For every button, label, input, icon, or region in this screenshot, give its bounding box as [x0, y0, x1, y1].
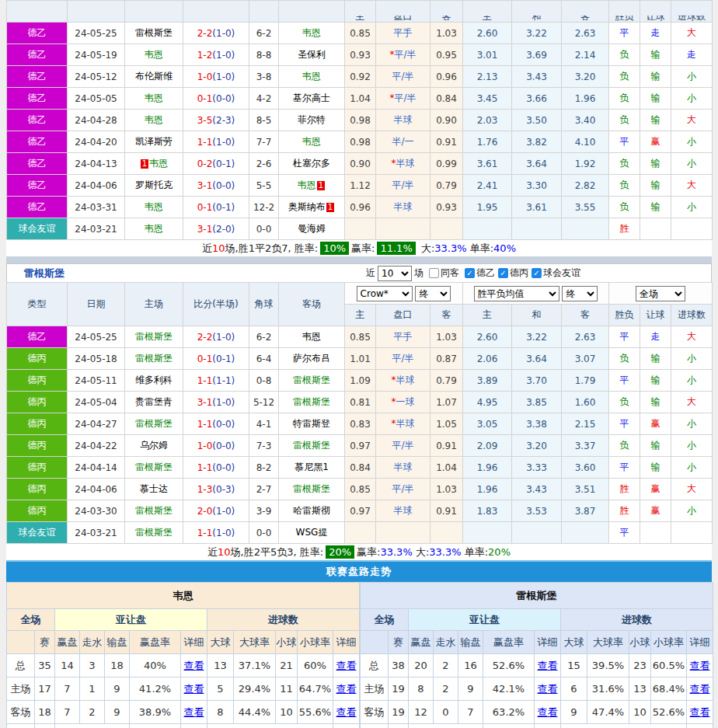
trend-panel-regensburg: 雷根斯堡 全场 亚让盘 进球数 赛赢盘走水输盘赢盘率详细大球大球率小球小球率详细 [360, 582, 713, 728]
checked-checkbox-icon[interactable]: ✓ [532, 268, 542, 278]
goals-detail-link-cell[interactable]: 查看 [333, 724, 360, 728]
goals-result-cell: 大 [671, 175, 713, 197]
ah-push-count: 0 [434, 701, 458, 724]
panel-col-header: 赢盘 [409, 631, 434, 654]
score-cell: 1-2(1-0) [183, 44, 249, 66]
panel-header: 韦恩 全场 亚让盘 进球数 赛赢盘走水输盘赢盘率详细大球大球率小球小球率详细 [7, 583, 360, 654]
ah-home-odds-cell: 0.98 [345, 131, 376, 153]
view-link[interactable]: 查看 [538, 660, 558, 671]
ah-detail-link-cell[interactable]: 查看 [535, 654, 561, 677]
date-cell: 24-05-25 [68, 326, 125, 348]
league-checkbox[interactable]: ✓德乙 [465, 266, 495, 280]
score-cell: 2-2(1-0) [183, 23, 249, 44]
goals-detail-link-cell[interactable]: 查看 [687, 701, 713, 724]
matches-count: 6 [35, 724, 55, 728]
stat-row: 主场 17 7 1 9 41.2% 查看 5 29.4% 11 64.7% 查看 [7, 677, 360, 701]
corner-cell: 4-1 [249, 413, 279, 435]
score-cell: 1-3(0-3) [183, 479, 249, 500]
goals-detail-link-cell[interactable]: 查看 [333, 677, 360, 701]
home-team-cell: 1韦恩 [125, 153, 183, 175]
eu-draw-odds-cell: 3.50 [512, 110, 562, 131]
view-link[interactable]: 查看 [184, 660, 204, 671]
ah-detail-link-cell[interactable]: 查看 [181, 724, 207, 728]
handicap-result-cell: 输 [640, 175, 671, 197]
score-cell: 3-1(1-0) [183, 392, 249, 413]
goals-detail-link-cell[interactable]: 查看 [687, 677, 713, 701]
view-link[interactable]: 查看 [538, 683, 558, 695]
eu-draw-odds-cell: 3.33 [512, 457, 562, 479]
view-link[interactable]: 查看 [184, 683, 204, 695]
home-team-cell: 赉雷堡青 [125, 392, 183, 413]
home-team-cell: 韦恩 [125, 44, 183, 66]
unchecked-checkbox-icon[interactable] [429, 268, 439, 278]
panel-col-header: 大球 [561, 631, 587, 654]
panel-col-header: 赛 [389, 631, 409, 654]
league-cell: 球会友谊 [7, 218, 68, 240]
ah-detail-link-cell[interactable]: 查看 [181, 677, 207, 701]
ah-detail-link-cell[interactable]: 查看 [535, 677, 561, 701]
handicap-cell: 平手 [376, 326, 430, 348]
checkbox-label: 德乙 [476, 266, 495, 280]
goals-result-cell: 小 [671, 435, 713, 457]
view-link[interactable]: 查看 [336, 660, 357, 671]
ah-away-odds-cell: 0.79 [430, 370, 463, 392]
header-cell-cutoff: 和 [512, 1, 562, 23]
corner-cell: 7-7 [249, 131, 279, 153]
checked-checkbox-icon[interactable]: ✓ [498, 268, 508, 278]
view-link[interactable]: 查看 [336, 683, 357, 695]
match-row: 德乙 24-05-25 雷根斯堡 2-2(1-0) 6-2 韦恩 0.85 平手… [7, 326, 713, 348]
under-count: 10 [276, 701, 298, 724]
same-away-checkbox[interactable]: 同客 [429, 266, 459, 280]
games-label: 场 [414, 266, 423, 280]
goals-result-cell: 大 [671, 326, 713, 348]
over-count: 15 [561, 654, 587, 677]
odds-time-select[interactable]: 终 [415, 286, 451, 301]
view-link[interactable]: 查看 [184, 706, 204, 718]
league-checkbox[interactable]: ✓德丙 [498, 266, 528, 280]
goals-detail-link-cell[interactable]: 查看 [333, 654, 360, 677]
ah-detail-link-cell[interactable]: 查看 [181, 701, 207, 724]
view-link[interactable]: 查看 [690, 683, 710, 695]
eu-away-odds-cell: 1.92 [562, 153, 609, 175]
away-team-cell: 韦恩 [279, 131, 345, 153]
eu-draw-odds-cell: 3.43 [512, 66, 562, 88]
under-rate: 55.6% [298, 701, 333, 724]
handicap-result-cell: 赢 [640, 131, 671, 153]
eu-mode-select[interactable]: 胜平负均值 [474, 286, 559, 301]
ah-detail-link-cell[interactable]: 查看 [535, 724, 561, 728]
view-link[interactable]: 查看 [336, 706, 357, 718]
corner-cell: 0-0 [249, 522, 279, 544]
view-link[interactable]: 查看 [690, 660, 710, 671]
goals-detail-link-cell[interactable]: 查看 [687, 724, 713, 728]
eu-draw-odds-cell: 3.43 [512, 479, 562, 500]
ah-away-odds-cell: 0.99 [430, 153, 463, 175]
odds-company-select[interactable]: Crow* [357, 286, 413, 301]
col-header-score: 比分(半场) [183, 283, 249, 326]
league-checkbox[interactable]: ✓球会友谊 [532, 266, 580, 280]
panel-col-header-row: 赛赢盘走水输盘赢盘率详细大球大球率小球小球率详细 [361, 631, 713, 654]
result-cell: 负 [609, 88, 640, 110]
summary-segment: 40% [493, 242, 516, 254]
ah-home-odds-cell: 0.81 [345, 392, 376, 413]
ah-detail-link-cell[interactable]: 查看 [181, 654, 207, 677]
league-cell: 德乙 [7, 23, 68, 44]
eu-home-odds-cell: 3.89 [463, 370, 512, 392]
match-count-select[interactable]: 10 [378, 266, 412, 281]
eu-draw-odds-cell: 3.22 [512, 23, 562, 44]
goals-detail-link-cell[interactable]: 查看 [687, 654, 713, 677]
scope-select[interactable]: 全场 [636, 286, 685, 301]
eu-time-select[interactable]: 终 [562, 286, 598, 301]
result-cell: 平 [609, 23, 640, 44]
view-link[interactable]: 查看 [538, 706, 558, 718]
goals-result-cell: 小 [671, 66, 713, 88]
matches-count: 17 [35, 677, 55, 701]
goals-detail-link-cell[interactable]: 查看 [333, 701, 360, 724]
header-cell-empty [7, 1, 68, 23]
panel-col-header: 大球率 [234, 631, 276, 654]
ah-detail-link-cell[interactable]: 查看 [535, 701, 561, 724]
under-count: 10 [629, 701, 651, 724]
view-link[interactable]: 查看 [690, 706, 710, 718]
checked-checkbox-icon[interactable]: ✓ [465, 268, 475, 278]
over-count: 5 [207, 677, 234, 701]
match-row: 德乙 24-04-28 韦恩 3-5(2-3) 8-5 菲尔特 0.98 半球 … [7, 110, 713, 131]
